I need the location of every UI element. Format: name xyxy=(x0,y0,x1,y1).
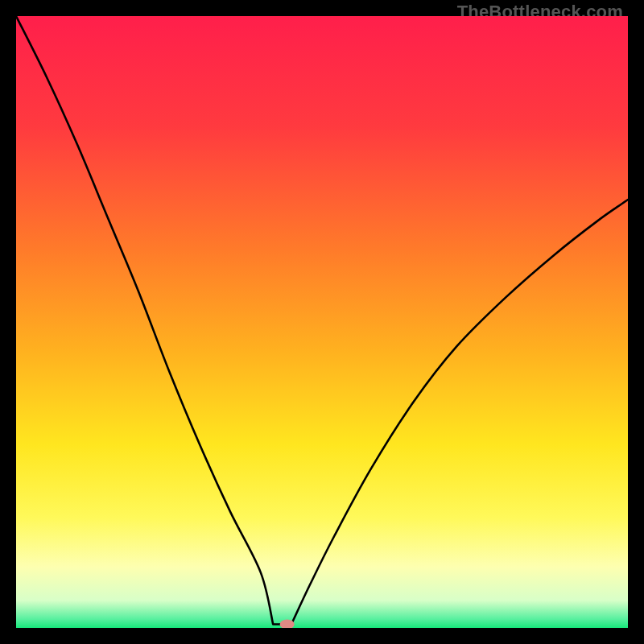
chart-frame xyxy=(16,16,628,628)
bottleneck-chart xyxy=(16,16,628,628)
gradient-background xyxy=(16,16,628,628)
